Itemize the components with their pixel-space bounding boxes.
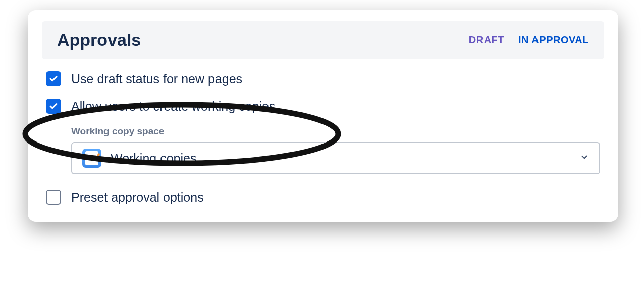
select-value: Working copies	[82, 149, 196, 168]
chevron-down-icon	[580, 153, 589, 164]
working-copy-space-select[interactable]: Working copies	[71, 142, 600, 174]
section-header: Approvals DRAFT IN APPROVAL	[42, 21, 604, 59]
status-tabs: DRAFT IN APPROVAL	[469, 34, 589, 46]
select-value-text: Working copies	[111, 151, 196, 166]
option-allow-working-copies: Allow users to create working copies	[46, 99, 600, 114]
options-list: Use draft status for new pages Allow use…	[42, 71, 604, 205]
status-tab-draft[interactable]: DRAFT	[469, 34, 504, 46]
working-copy-space-field: Working copy space Working copies	[71, 126, 600, 174]
check-icon	[49, 74, 58, 83]
option-use-draft-label: Use draft status for new pages	[71, 72, 242, 86]
section-title: Approvals	[57, 30, 141, 50]
option-allow-working-copies-label: Allow users to create working copies	[71, 99, 275, 114]
notepad-icon	[82, 149, 101, 168]
checkbox-allow-working-copies[interactable]	[46, 99, 61, 114]
option-preset-approval: Preset approval options	[46, 190, 600, 205]
check-icon	[49, 102, 58, 111]
status-tab-in-approval[interactable]: IN APPROVAL	[518, 34, 589, 46]
option-use-draft: Use draft status for new pages	[46, 71, 600, 86]
approvals-panel: Approvals DRAFT IN APPROVAL Use draft st…	[28, 10, 618, 222]
option-preset-approval-label: Preset approval options	[71, 190, 204, 205]
checkbox-use-draft[interactable]	[46, 71, 61, 86]
checkbox-preset-approval[interactable]	[46, 190, 61, 205]
working-copy-space-label: Working copy space	[71, 126, 600, 137]
